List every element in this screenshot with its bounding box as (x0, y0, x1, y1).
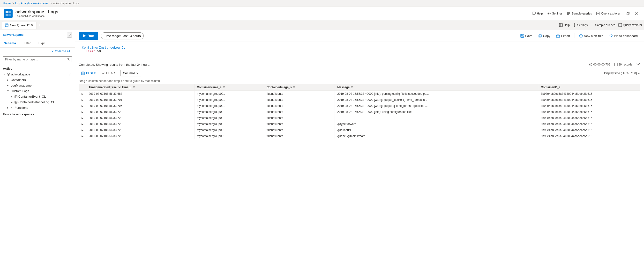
table-body: ▶ 2019-08-02T08:56:33.688 mycontainergro… (79, 91, 640, 139)
row-expand-btn[interactable]: ▶ (79, 103, 86, 109)
table-controls: TABLE CHART Columns Display time (UTC-07… (79, 69, 640, 78)
sidebar-search (0, 55, 75, 64)
help-button[interactable]: Help (530, 10, 545, 17)
table-row: ▶ 2019-08-02T08:56:33.728 mycontainergro… (79, 115, 640, 121)
tree-item-containerevent[interactable]: ▶ ContainerEvent_CL (0, 94, 75, 99)
row-expand-btn[interactable]: ▶ (79, 91, 86, 97)
breadcrumb: Home > Log Analytics workspaces > aciwor… (0, 0, 644, 7)
expand-row-button[interactable]: ▶ (82, 135, 84, 138)
tree-containerevent-label: ContainerEvent_CL (18, 95, 46, 98)
save-button[interactable]: Save (518, 33, 535, 39)
sidebar-content: Active ▼ aciworkspace ☆ ▶ Containers ▶ L… (0, 64, 75, 263)
tree-item-logmanagement[interactable]: ▶ LogManagement (0, 83, 75, 88)
row-expand-btn[interactable]: ▶ (79, 97, 86, 103)
add-tab-button[interactable]: + (36, 22, 43, 28)
expand-row-button[interactable]: ▶ (82, 93, 84, 95)
expand-row-button[interactable]: ▶ (82, 99, 84, 101)
col-container-image-header: ContainerImage_s (264, 84, 334, 91)
column-filter-icon[interactable] (350, 86, 353, 88)
time-range-label: Time range: Last 24 hours (104, 34, 140, 38)
tab-close-icon[interactable] (31, 24, 34, 26)
row-expand-btn[interactable]: ▶ (79, 121, 86, 127)
new-alert-rule-button[interactable]: New alert rule (577, 33, 606, 39)
collapse-all-button[interactable]: Collapse all (48, 49, 73, 54)
help-tab-button[interactable]: Help (559, 23, 570, 27)
column-filter-icon[interactable] (293, 86, 295, 88)
row-expand-btn[interactable]: ▶ (79, 127, 86, 133)
tab-bar: New Query 1* + Help Settings Sample quer… (0, 20, 644, 30)
expand-row-button[interactable]: ▶ (82, 105, 84, 107)
export-button[interactable]: Export (554, 33, 573, 39)
svg-line-31 (52, 51, 54, 52)
sample-queries-button[interactable]: Sample queries (565, 10, 594, 17)
sidebar-tab-schema[interactable]: Schema (0, 39, 20, 47)
cell-container-image: fluent/fluentd (264, 97, 334, 103)
sample-queries-tab-button[interactable]: Sample queries (590, 23, 615, 27)
chevron-down-icon: ▼ (3, 73, 6, 76)
pin-icon (609, 34, 613, 38)
svg-rect-49 (539, 34, 542, 37)
row-expand-btn[interactable]: ▶ (79, 109, 86, 115)
query-editor[interactable]: ContainerInstanceLog_CL | limit 50 (79, 44, 640, 58)
breadcrumb-workspaces[interactable]: Log Analytics workspaces (15, 2, 48, 5)
col-container-id-header: ContainerID_s (538, 84, 640, 91)
query-explorer-button[interactable]: Query explorer (594, 10, 622, 17)
expand-row-button[interactable]: ▶ (82, 123, 84, 125)
tree-item-functions[interactable]: ▶ f Functions (0, 105, 75, 110)
svg-rect-1 (6, 11, 8, 13)
copy-label: Copy (543, 34, 550, 38)
data-table-wrap[interactable]: TimeGenerated [Pacific Time ... Containe… (79, 84, 640, 263)
col-container-name-header: ContainerName_s (194, 84, 264, 91)
chevron-right-icon: ▶ (11, 95, 14, 98)
app-logo-icon (5, 10, 12, 17)
expand-row-button[interactable]: ▶ (82, 129, 84, 131)
sample-queries-tab-icon (590, 23, 594, 27)
copy-button[interactable]: Copy (536, 33, 553, 39)
expand-row-button[interactable]: ▶ (82, 117, 84, 119)
workspace-link[interactable]: aciworkspace (3, 33, 24, 36)
column-filter-icon[interactable] (222, 86, 225, 88)
row-expand-btn[interactable]: ▶ (79, 115, 86, 121)
settings-button[interactable]: Settings (545, 10, 564, 17)
sidebar-tab-filter[interactable]: Filter (20, 39, 34, 47)
favorite-workspaces-label: Favorite workspaces (0, 110, 75, 117)
sidebar-filter-button[interactable] (67, 32, 72, 37)
svg-line-30 (52, 51, 52, 52)
cell-message (335, 115, 538, 121)
row-expand-btn[interactable]: ▶ (79, 133, 86, 139)
search-input[interactable] (5, 57, 65, 61)
collapse-results-button[interactable] (636, 62, 640, 67)
main-layout: aciworkspace Schema Filter Expl... Colla… (0, 30, 644, 263)
expand-row-button[interactable]: ▶ (82, 111, 84, 113)
tree-item-containerinstancelog[interactable]: ▶ ContainerInstanceLog_CL (0, 99, 75, 105)
tree-item-custom-logs[interactable]: ▼ Custom Logs (0, 88, 75, 94)
svg-rect-3 (6, 14, 8, 16)
settings-tab-button[interactable]: Settings (573, 23, 588, 27)
sidebar-tab-explore[interactable]: Expl... (34, 39, 51, 47)
tree-item-containers[interactable]: ▶ Containers (0, 77, 75, 83)
restore-icon (626, 12, 630, 15)
breadcrumb-home[interactable]: Home (3, 2, 11, 5)
chevron-down-icon: ▼ (7, 90, 10, 92)
pin-to-dashboard-button[interactable]: Pin to dashboard (607, 33, 640, 39)
col-time-header: TimeGenerated [Pacific Time ... (86, 84, 194, 91)
restore-button[interactable] (624, 10, 632, 17)
tree-workspace-label: aciworkspace (11, 72, 30, 76)
sidebar: aciworkspace Schema Filter Expl... Colla… (0, 30, 75, 263)
table-view-button[interactable]: TABLE (79, 70, 98, 76)
time-range-button[interactable]: Time range: Last 24 hours (101, 32, 144, 39)
close-button[interactable] (632, 10, 640, 17)
cell-container-id: 8b98e4b80ec5a84130044a5debb5e615 (538, 121, 640, 127)
run-button[interactable]: Run (79, 32, 98, 40)
tree-item-workspace[interactable]: ▼ aciworkspace ☆ (0, 71, 75, 77)
columns-button[interactable]: Columns (120, 70, 141, 76)
cell-time: 2019-08-02T08:56:33.688 (86, 91, 194, 97)
star-icon[interactable]: ☆ (69, 72, 72, 76)
svg-line-57 (591, 64, 592, 65)
duration-meta: 00:00:00.709 (589, 63, 610, 66)
tab-new-query-1[interactable]: New Query 1* (2, 21, 36, 29)
help-tab-label: Help (564, 23, 570, 27)
query-explorer-tab-button[interactable]: Query explorer (618, 23, 642, 27)
column-filter-icon[interactable] (132, 86, 135, 88)
chart-view-button[interactable]: CHART (99, 70, 119, 76)
